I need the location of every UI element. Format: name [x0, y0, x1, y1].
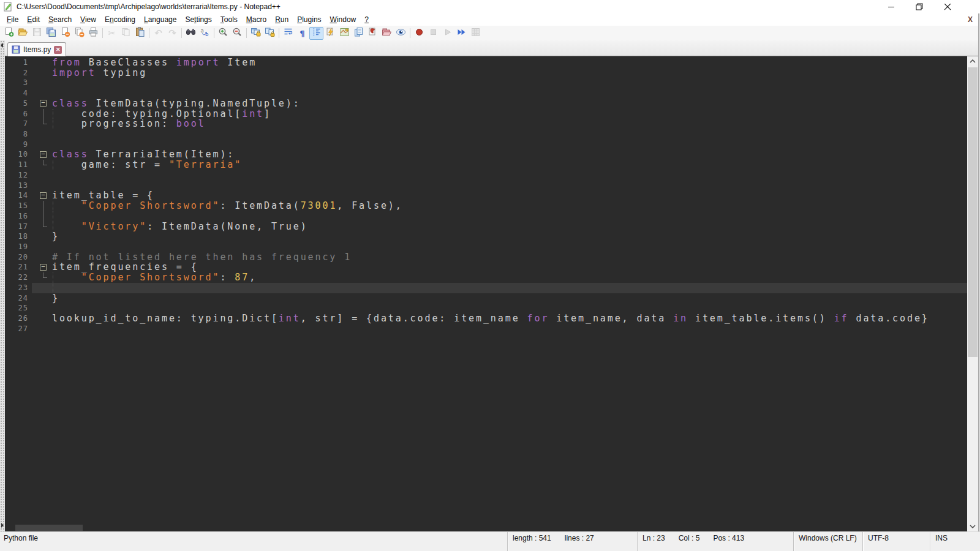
menu-item-search[interactable]: Search	[44, 14, 76, 25]
code-line[interactable]: 1from BaseClasses import Item	[5, 58, 967, 68]
code-line[interactable]: 5−class ItemData(typing.NamedTuple):	[5, 99, 967, 109]
code-line[interactable]: 6 code: typing.Optional[int]	[5, 109, 967, 119]
code-line[interactable]: 25	[5, 303, 967, 313]
toolbar-zoom-out-button[interactable]	[230, 27, 244, 40]
toolbar-document-map-button[interactable]	[337, 27, 352, 40]
toolbar-macro-play-button[interactable]	[440, 27, 454, 40]
code-line[interactable]: 22 "Copper Shortsword": 87,	[5, 272, 967, 283]
menu-close-document-button[interactable]: X	[965, 14, 975, 25]
toolbar-copy-button[interactable]	[119, 27, 133, 40]
tab-items-py[interactable]: Items.py ✕	[7, 42, 66, 56]
menu-item-run[interactable]: Run	[271, 14, 293, 25]
toolbar-show-all-characters-button[interactable]: ¶	[295, 27, 309, 40]
vertical-scrollbar-thumb[interactable]	[968, 67, 978, 357]
fold-margin: −	[32, 149, 50, 160]
toolbar-find-button[interactable]	[184, 27, 198, 40]
code-line[interactable]: 21−item_frequencies = {	[5, 262, 967, 272]
toolbar-word-wrap-button[interactable]	[281, 27, 295, 40]
menu-item-encoding[interactable]: Encoding	[100, 14, 140, 25]
toolbar-paste-button[interactable]	[133, 27, 147, 40]
code-line[interactable]: 4	[5, 88, 967, 99]
toolbar-folder-as-workspace-button[interactable]	[380, 27, 394, 40]
close-button[interactable]	[933, 0, 962, 13]
status-insert-mode[interactable]: INS	[930, 532, 980, 551]
horizontal-scrollbar[interactable]	[5, 524, 967, 531]
toolbar-macro-record-button[interactable]	[412, 27, 426, 40]
toolbar-macro-save-button[interactable]	[469, 27, 483, 40]
dock-splitter-strip[interactable]	[0, 40, 5, 531]
menu-item-edit[interactable]: Edit	[23, 14, 44, 25]
toolbar-undo-button[interactable]: ↶	[151, 27, 165, 40]
toolbar-new-file-button[interactable]	[2, 27, 16, 40]
fold-collapse-icon[interactable]: −	[40, 264, 47, 271]
fold-margin	[32, 293, 50, 304]
toolbar-show-indent-guide-button[interactable]	[309, 27, 323, 40]
code-line[interactable]: 8	[5, 129, 967, 140]
menu-item-settings[interactable]: Settings	[181, 14, 216, 25]
code-line[interactable]: 26lookup_id_to_name: typing.Dict[int, st…	[5, 313, 967, 324]
toolbar-macro-stop-button[interactable]	[426, 27, 440, 40]
menu-item-help[interactable]: ?	[360, 14, 373, 25]
toolbar-close-file-button[interactable]	[58, 27, 72, 40]
toolbar-separator	[410, 28, 410, 38]
code-line[interactable]: 13	[5, 181, 967, 191]
toolbar-monitoring-button[interactable]	[394, 27, 408, 40]
menu-item-tools[interactable]: Tools	[216, 14, 242, 25]
code-line[interactable]: 11 game: str = "Terraria"	[5, 160, 967, 170]
redo-icon: ↷	[168, 28, 176, 39]
fold-collapse-icon[interactable]: −	[40, 100, 47, 107]
toolbar-open-folder-button[interactable]	[16, 27, 30, 40]
code-line[interactable]: 27	[5, 324, 967, 334]
code-line[interactable]: 10−class TerrariaItem(Item):	[5, 149, 967, 160]
toolbar-save-all-button[interactable]	[44, 27, 58, 40]
toolbar-cut-button[interactable]: ✂	[105, 27, 119, 40]
scroll-down-button[interactable]	[967, 522, 978, 531]
toolbar-macro-run-multiple-button[interactable]	[454, 27, 469, 40]
horizontal-scrollbar-thumb[interactable]	[15, 525, 83, 531]
expand-right-icon[interactable]	[1, 523, 4, 528]
vertical-scrollbar[interactable]	[967, 56, 978, 531]
toolbar-sync-horizontal-button[interactable]	[263, 27, 277, 40]
restore-button[interactable]	[905, 0, 933, 13]
code-line[interactable]: 19	[5, 242, 967, 252]
fold-margin	[32, 58, 50, 68]
minimize-button[interactable]	[877, 0, 905, 13]
toolbar-close-all-button[interactable]	[72, 27, 86, 40]
collapse-left-icon[interactable]	[1, 43, 3, 48]
menu-item-view[interactable]: View	[76, 14, 100, 25]
code-line[interactable]: 15 "Copper Shortsword": ItemData(73001, …	[5, 201, 967, 211]
toolbar-sync-vertical-button[interactable]	[249, 27, 263, 40]
toolbar-document-list-button[interactable]	[352, 27, 366, 40]
tab-close-icon[interactable]: ✕	[54, 46, 62, 54]
code-line[interactable]: 20# If not listed here then has frequenc…	[5, 252, 967, 263]
code-line[interactable]: 12	[5, 170, 967, 181]
code-line[interactable]: 18}	[5, 231, 967, 242]
toolbar-define-language-button[interactable]	[323, 27, 337, 40]
code-line[interactable]: 7 progression: bool	[5, 119, 967, 129]
code-line[interactable]: 9	[5, 140, 967, 150]
code-line[interactable]: 2import typing	[5, 68, 967, 78]
code-line[interactable]: 17 "Victory": ItemData(None, True)	[5, 222, 967, 232]
code-line[interactable]: 16	[5, 211, 967, 222]
fold-collapse-icon[interactable]: −	[40, 151, 47, 158]
scroll-up-button[interactable]	[967, 56, 978, 66]
menu-item-language[interactable]: Language	[140, 14, 181, 25]
menu-item-plugins[interactable]: Plugins	[293, 14, 325, 25]
status-encoding[interactable]: UTF-8	[862, 532, 930, 551]
code-editor[interactable]: 1from BaseClasses import Item2import typ…	[5, 56, 967, 531]
code-line[interactable]: 14−item_table = {	[5, 190, 967, 201]
toolbar-replace-button[interactable]: ab	[198, 27, 212, 40]
toolbar-function-list-button[interactable]	[366, 27, 380, 40]
menu-item-macro[interactable]: Macro	[242, 14, 271, 25]
toolbar-print-button[interactable]	[86, 27, 100, 40]
code-line[interactable]: 23	[5, 283, 967, 293]
toolbar-save-button[interactable]	[30, 27, 44, 40]
toolbar-zoom-in-button[interactable]	[216, 27, 230, 40]
menu-item-window[interactable]: Window	[326, 14, 361, 25]
status-eol-format[interactable]: Windows (CR LF)	[793, 532, 862, 551]
menu-item-file[interactable]: File	[2, 14, 23, 25]
code-line[interactable]: 24}	[5, 293, 967, 304]
code-line[interactable]: 3	[5, 78, 967, 88]
fold-collapse-icon[interactable]: −	[40, 192, 47, 199]
toolbar-redo-button[interactable]: ↷	[165, 27, 179, 40]
